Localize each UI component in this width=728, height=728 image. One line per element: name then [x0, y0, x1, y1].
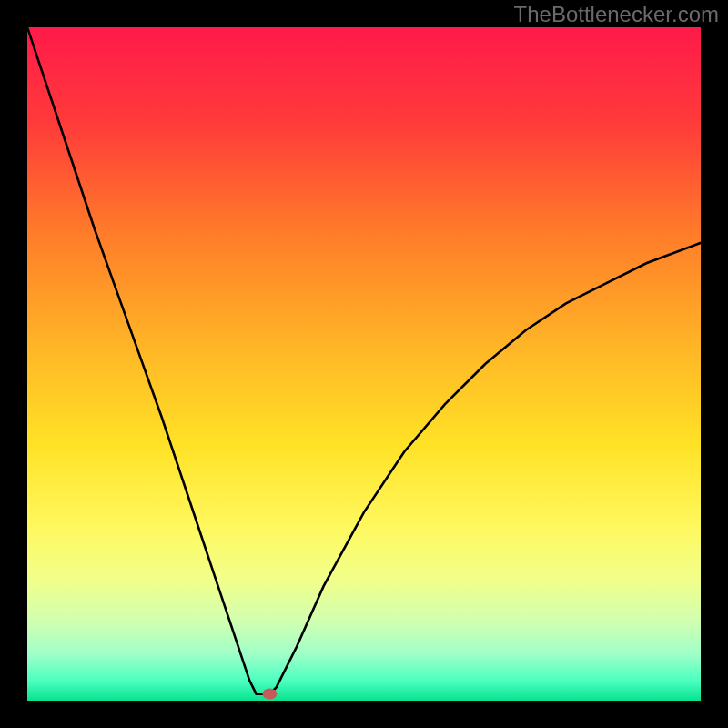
- optimal-point-marker: [262, 689, 277, 700]
- chart-background: [27, 27, 701, 701]
- chart-frame: TheBottlenecker.com: [0, 0, 728, 728]
- attribution-text: TheBottlenecker.com: [514, 2, 719, 27]
- bottleneck-chart: [27, 27, 701, 701]
